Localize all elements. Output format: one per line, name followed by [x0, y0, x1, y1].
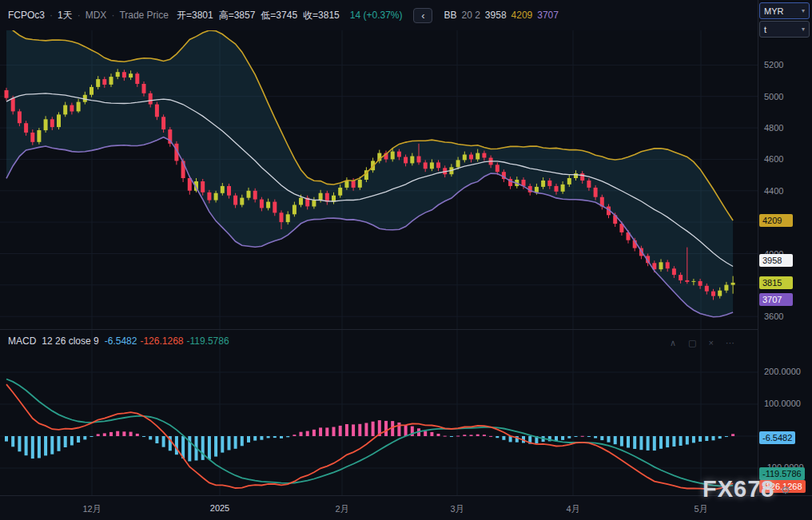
bb-lower-price-badge: 3707 — [759, 293, 793, 306]
ohlc-values: 开=3801高=3857低=3745收=3815 — [177, 9, 345, 22]
chevron-down-icon: ▾ — [802, 7, 805, 14]
unit-value: t — [764, 25, 766, 34]
more-options-icon[interactable]: ⋯ — [726, 338, 734, 348]
settings-gear-icon[interactable]: ⚙ — [781, 484, 790, 496]
separator-dot: · — [50, 10, 53, 21]
ohlc-value: 低=3745 — [261, 10, 297, 21]
time-axis-label: 5月 — [694, 503, 707, 515]
fx678-watermark: FX678 — [703, 476, 774, 502]
series-type-label: Trade Price — [119, 10, 169, 21]
price-tick-label: 5200 — [764, 60, 783, 69]
time-axis-label: 2025 — [210, 503, 229, 513]
collapse-legend-button[interactable]: ‹ — [413, 8, 432, 23]
macd-histogram-badge: -6.5482 — [759, 431, 795, 444]
macd-title[interactable]: MACD — [8, 335, 36, 347]
ohlc-value: 高=3857 — [219, 10, 256, 21]
ohlc-value: 收=3815 — [303, 10, 340, 21]
currency-value: MYR — [764, 6, 783, 16]
bb-indicator-params: 20 2 — [462, 10, 480, 21]
bb-value: 3958 — [485, 10, 507, 21]
macd-chart-svg[interactable] — [0, 330, 758, 496]
exchange-label: MDX — [86, 10, 107, 21]
macd-value: -119.5786 — [186, 335, 229, 347]
macd-line[interactable] — [6, 384, 733, 490]
price-tick-label: 5000 — [764, 92, 783, 101]
price-axis-column[interactable]: 520050004800460044004200400038003600200.… — [758, 0, 812, 495]
bb-upper-price-badge: 4209 — [759, 214, 793, 227]
maximize-pane-icon[interactable]: ▢ — [688, 338, 696, 348]
last-price-badge: 3815 — [759, 276, 793, 289]
close-pane-icon[interactable]: × — [708, 338, 713, 348]
currency-select[interactable]: MYR ▾ — [759, 2, 810, 19]
chevron-down-icon: ▾ — [802, 26, 805, 33]
price-tick-label: 3600 — [764, 312, 783, 321]
unit-select[interactable]: t ▾ — [759, 21, 810, 38]
bb-basis-price-badge: 3958 — [759, 254, 793, 267]
macd-value: -126.1268 — [140, 335, 183, 347]
macd-signal-line[interactable] — [6, 379, 733, 486]
macd-value: -6.5482 — [105, 335, 137, 347]
change-label: 14 (+0.37%) — [350, 10, 403, 21]
bb-fill — [6, 30, 733, 317]
bb-indicator-values: 395842093707 — [485, 10, 563, 21]
time-axis-label: 12月 — [82, 503, 101, 515]
interval-label[interactable]: 1天 — [58, 9, 73, 22]
bb-value: 3707 — [537, 10, 559, 21]
price-tick-label: 4400 — [764, 186, 783, 196]
time-axis-label: 2月 — [335, 503, 348, 515]
separator-dot: · — [78, 10, 81, 21]
macd-tick-label: 200.0000 — [764, 367, 801, 376]
price-chart-svg[interactable] — [0, 30, 758, 329]
pane-controls: ∧▢×⋯ — [670, 338, 734, 348]
symbol-name[interactable]: FCPOc3 — [8, 10, 45, 21]
separator-dot: · — [111, 10, 114, 21]
bb-indicator-title[interactable]: BB — [444, 10, 456, 21]
price-tick-label: 4800 — [764, 123, 783, 133]
macd-pane[interactable]: MACD 12 26 close 9 -6.5482-126.1268-119.… — [0, 329, 758, 495]
bb-value: 4209 — [511, 10, 533, 21]
time-axis-label: 3月 — [450, 503, 464, 515]
trading-chart-app: FCPOc3 · 1天 · MDX · Trade Price 开=3801高=… — [0, 0, 812, 520]
chart-toolbar: FCPOc3 · 1天 · MDX · Trade Price 开=3801高=… — [0, 0, 758, 30]
collapse-pane-icon[interactable]: ∧ — [670, 338, 676, 348]
macd-values: -6.5482-126.1268-119.5786 — [105, 335, 233, 347]
price-tick-label: 4600 — [764, 154, 783, 164]
macd-params: 12 26 close 9 — [42, 335, 98, 347]
ohlc-value: 开=3801 — [177, 10, 213, 21]
macd-legend: MACD 12 26 close 9 -6.5482-126.1268-119.… — [8, 335, 233, 347]
price-chart-pane[interactable] — [0, 30, 758, 329]
macd-tick-label: 100.0000 — [764, 399, 801, 408]
time-axis[interactable]: 12月20252月3月4月5月 — [0, 495, 812, 520]
time-axis-label: 4月 — [566, 503, 579, 515]
chevron-left-icon: ‹ — [421, 10, 424, 22]
